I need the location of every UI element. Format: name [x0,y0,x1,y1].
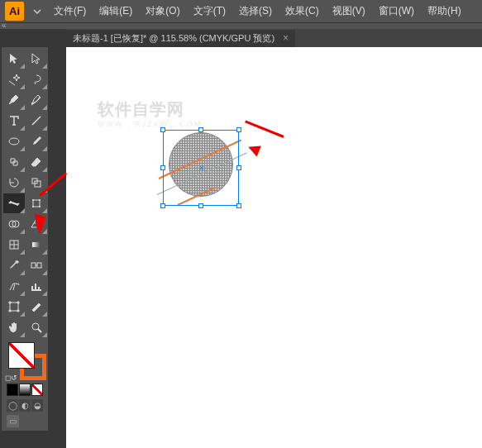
magic-wand-tool[interactable] [3,69,25,89]
svg-point-9 [39,206,41,207]
zoom-tool[interactable] [26,317,47,337]
menu-window[interactable]: 窗口(W) [372,4,421,18]
resize-handle[interactable] [160,127,165,132]
eyedropper-tool[interactable] [3,255,25,275]
annotation-arrow-canvas [242,127,292,147]
svg-point-7 [39,199,41,201]
selection-center-mark: × [199,166,204,170]
draw-inside-icon[interactable]: ◒ [31,399,43,412]
paintbrush-tool[interactable] [26,131,47,151]
line-segment-tool[interactable] [26,111,47,131]
draw-mode-row: ◯ ◐ ◒ [3,398,46,413]
tools-panel: ◻↺ ◯ ◐ ◒ ▭ [2,47,48,431]
svg-rect-16 [10,303,18,311]
mesh-tool[interactable] [3,235,25,255]
color-mode-none[interactable] [31,384,43,396]
direct-selection-tool[interactable] [26,49,47,69]
menu-file[interactable]: 文件(F) [47,4,93,18]
document-tab-title: 未标题-1 [已恢复]* @ 115.58% (CMYK/GPU 预览) [73,32,274,45]
resize-handle[interactable] [236,203,241,208]
svg-point-6 [32,199,34,201]
column-graph-tool[interactable] [26,276,47,296]
document-tab-bar: 未标题-1 [已恢复]* @ 115.58% (CMYK/GPU 预览) × [66,29,482,47]
shaper-tool[interactable] [3,152,25,172]
rectangle-tool[interactable] [3,131,25,151]
fill-swatch[interactable] [8,342,35,369]
menu-view[interactable]: 视图(V) [326,4,372,18]
workspace-switcher[interactable] [31,5,44,18]
canvas-area[interactable]: 软件自学网 WWW . RJZXW . COM × [66,47,482,448]
svg-rect-14 [31,263,36,268]
hand-tool[interactable] [3,317,25,337]
menu-type[interactable]: 文字(T) [187,4,232,18]
svg-rect-15 [37,263,41,268]
slice-tool[interactable] [26,297,47,317]
svg-point-0 [9,138,19,145]
width-tool[interactable] [3,193,25,213]
app-logo: Ai [5,2,24,21]
draw-behind-icon[interactable]: ◐ [19,399,31,412]
shape-builder-tool[interactable] [3,214,25,234]
resize-handle[interactable] [160,203,165,208]
menu-edit[interactable]: 编辑(E) [93,4,139,18]
rotate-tool[interactable] [3,173,25,193]
svg-point-8 [32,206,34,207]
type-tool[interactable] [3,111,25,131]
screen-mode-row: ▭ [3,413,46,429]
color-mode-solid[interactable] [7,384,18,396]
free-transform-tool[interactable] [26,193,47,213]
draw-normal-icon[interactable]: ◯ [7,399,18,412]
menu-help[interactable]: 帮助(H) [421,4,468,18]
menu-select[interactable]: 选择(S) [232,4,279,18]
default-fill-stroke-icon[interactable]: ◻↺ [5,374,17,382]
symbol-sprayer-tool[interactable] [3,276,25,296]
selection-tool[interactable] [3,49,25,69]
color-mode-row [3,382,46,398]
curvature-tool[interactable] [26,90,47,110]
menu-object[interactable]: 对象(O) [139,4,186,18]
pen-tool[interactable] [3,90,25,110]
screen-mode-button[interactable]: ▭ [7,415,19,427]
resize-handle[interactable] [198,127,203,132]
resize-handle[interactable] [198,203,203,208]
artboard-tool[interactable] [3,297,25,317]
svg-rect-13 [32,242,41,247]
watermark-subtext: WWW . RJZXW . COM [98,120,202,128]
close-document-icon[interactable]: × [283,32,289,44]
document-tab[interactable]: 未标题-1 [已恢复]* @ 115.58% (CMYK/GPU 预览) × [66,30,295,47]
svg-point-4 [17,204,18,206]
control-panel-collapsed[interactable] [0,22,482,29]
fill-stroke-control[interactable]: ◻↺ [3,341,46,382]
gradient-tool[interactable] [26,235,47,255]
menu-effect[interactable]: 效果(C) [279,4,326,18]
chevron-down-icon [31,5,44,18]
resize-handle[interactable] [236,127,241,132]
svg-point-17 [32,323,39,330]
resize-handle[interactable] [160,165,165,170]
resize-handle[interactable] [236,165,241,170]
main-menu: 文件(F) 编辑(E) 对象(O) 文字(T) 选择(S) 效果(C) 视图(V… [47,4,468,18]
selection-bounding-box[interactable]: × [163,130,239,206]
color-mode-gradient[interactable] [19,384,31,396]
watermark-text: 软件自学网 [98,98,184,121]
scale-tool[interactable] [26,173,47,193]
svg-rect-5 [33,200,40,207]
lasso-tool[interactable] [26,69,47,89]
eraser-tool[interactable] [26,152,47,172]
blend-tool[interactable] [26,255,47,275]
svg-point-3 [10,201,12,203]
perspective-grid-tool[interactable] [26,214,47,234]
